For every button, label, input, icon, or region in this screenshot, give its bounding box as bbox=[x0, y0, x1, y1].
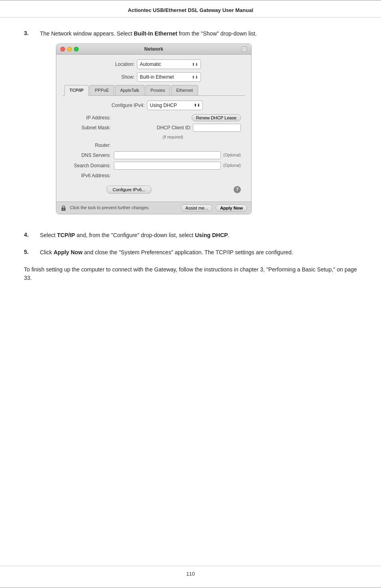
step-4: 4. Select TCP/IP and, from the "Configur… bbox=[24, 231, 357, 240]
if-required-row: (If required) bbox=[67, 134, 241, 140]
apply-now-button[interactable]: Apply Now bbox=[216, 204, 247, 212]
configure-ipv6-button[interactable]: Configure IPv6... bbox=[107, 186, 151, 194]
tab-ethernet[interactable]: Ethernet bbox=[171, 85, 198, 95]
step-3-number: 3. bbox=[24, 30, 40, 222]
show-row: Show: Built-in Ethernet ⬆⬇ bbox=[63, 72, 245, 82]
renew-dhcp-button[interactable]: Renew DHCP Lease bbox=[192, 114, 241, 121]
ip-address-label: IP Address: bbox=[67, 114, 111, 121]
search-optional-note: (Optional) bbox=[223, 162, 241, 168]
lock-icon bbox=[60, 205, 67, 211]
location-value: Automatic bbox=[140, 61, 190, 68]
show-label: Show: bbox=[107, 73, 135, 81]
router-label: Router: bbox=[67, 142, 111, 149]
ipv6-buttons-row: Configure IPv6... ? bbox=[67, 183, 241, 195]
main-content: 3. The Network window appears. Select Bu… bbox=[0, 18, 381, 314]
step-5-text-after: and close the "System Preferences" appli… bbox=[83, 249, 293, 255]
page-header: Actiontec USB/Ethernet DSL Gateway User … bbox=[0, 0, 381, 18]
step-3-text: The Network window appears. Select Built… bbox=[40, 30, 257, 222]
step-3-text-before: The Network window appears. Select bbox=[40, 30, 134, 37]
ipv6-address-row: IPv6 Address: bbox=[67, 172, 241, 179]
location-arrow-icon: ⬆⬇ bbox=[192, 61, 198, 67]
step-4-bold2: Using DHCP bbox=[195, 232, 228, 238]
tab-tcpip[interactable]: TCP/IP bbox=[64, 85, 89, 96]
step-4-text: Select TCP/IP and, from the "Configure" … bbox=[40, 231, 229, 240]
subnet-mask-label: Subnet Mask: bbox=[67, 124, 111, 131]
window-body: Location: Automatic ⬆⬇ Show: Built-in Et… bbox=[56, 55, 251, 202]
configure-ipv4-select[interactable]: Using DHCP ⬆⬇ bbox=[147, 101, 203, 110]
subnet-row: Subnet Mask: DHCP Client ID: bbox=[67, 124, 241, 132]
step-5: 5. Click Apply Now and close the "System… bbox=[24, 248, 357, 257]
tab-appletalk[interactable]: AppleTalk bbox=[115, 85, 145, 95]
minimize-button[interactable] bbox=[67, 47, 72, 51]
dns-servers-input[interactable] bbox=[114, 151, 221, 159]
location-row: Location: Automatic ⬆⬇ bbox=[63, 59, 245, 69]
configure-ipv4-value: Using DHCP bbox=[150, 102, 177, 109]
closing-paragraph: To finish setting up the computer to con… bbox=[24, 265, 357, 283]
page-number: 110 bbox=[186, 571, 195, 577]
show-value: Built-in Ethernet bbox=[140, 73, 190, 81]
subnet-dhcp-container: Subnet Mask: DHCP Client ID: (If require… bbox=[67, 124, 241, 140]
network-window: Network Location: Automatic ⬆⬇ bbox=[56, 44, 252, 214]
location-label: Location: bbox=[107, 61, 135, 68]
step-4-number: 4. bbox=[24, 231, 40, 240]
window-title: Network bbox=[144, 46, 163, 53]
configure-ipv4-label: Configure IPv4: bbox=[105, 102, 145, 109]
tab-pppoe[interactable]: PPPoE bbox=[89, 85, 114, 95]
ip-address-row: IP Address: Renew DHCP Lease bbox=[67, 114, 241, 121]
step-5-text: Click Apply Now and close the "System Pr… bbox=[40, 248, 293, 257]
page-title: Actiontec USB/Ethernet DSL Gateway User … bbox=[128, 7, 253, 13]
ipv6-address-label: IPv6 Address: bbox=[67, 172, 111, 179]
step-4-bold1: TCP/IP bbox=[57, 232, 75, 238]
traffic-lights bbox=[60, 47, 79, 51]
step-5-number: 5. bbox=[24, 248, 40, 257]
configure-ipv4-row: Configure IPv4: Using DHCP ⬆⬇ bbox=[67, 101, 241, 110]
assist-me-button[interactable]: Assist me... bbox=[181, 204, 212, 212]
step-4-text-after: . bbox=[228, 232, 230, 238]
top-border bbox=[0, 0, 381, 1]
svg-rect-1 bbox=[63, 208, 64, 210]
step-4-text-middle: and, from the "Configure" drop-down list… bbox=[75, 232, 195, 238]
close-button[interactable] bbox=[60, 47, 65, 51]
location-select[interactable]: Automatic ⬆⬇ bbox=[137, 59, 201, 69]
resize-button[interactable] bbox=[242, 46, 247, 52]
show-arrow-icon: ⬆⬇ bbox=[192, 74, 198, 80]
window-titlebar: Network bbox=[56, 44, 251, 55]
dns-row: DNS Servers: (Optional) bbox=[67, 151, 241, 159]
tab-proxies[interactable]: Proxies bbox=[145, 85, 171, 95]
step-3: 3. The Network window appears. Select Bu… bbox=[24, 30, 357, 222]
window-bottom-bar: Click the lock to prevent further change… bbox=[56, 202, 251, 214]
if-required-note: (If required) bbox=[163, 134, 183, 140]
search-domains-row: Search Domains: (Optional) bbox=[67, 162, 241, 170]
step-3-text-after: from the "Show" drop-down list. bbox=[177, 30, 257, 37]
dns-servers-label: DNS Servers: bbox=[67, 152, 111, 159]
show-select[interactable]: Built-in Ethernet ⬆⬇ bbox=[137, 72, 201, 82]
help-icon[interactable]: ? bbox=[234, 186, 241, 193]
configure-ipv4-arrow-icon: ⬆⬇ bbox=[194, 102, 200, 108]
step-5-bold1: Apply Now bbox=[54, 249, 82, 255]
tab-content-tcpip: Configure IPv4: Using DHCP ⬆⬇ IP Address… bbox=[63, 96, 245, 198]
page-footer: 110 bbox=[0, 566, 381, 584]
dhcp-client-id-label: DHCP Client ID: bbox=[157, 124, 191, 131]
dns-optional-note: (Optional) bbox=[223, 152, 241, 158]
lock-button[interactable] bbox=[60, 205, 67, 211]
search-domains-label: Search Domains: bbox=[67, 162, 111, 169]
dhcp-client-id-input[interactable] bbox=[193, 124, 241, 132]
step-4-text-before: Select bbox=[40, 232, 57, 238]
step-5-text-before: Click bbox=[40, 249, 54, 255]
zoom-button[interactable] bbox=[74, 47, 79, 51]
step-3-bold: Built-In Ethernet bbox=[134, 30, 177, 37]
closing-paragraph-text: To finish setting up the computer to con… bbox=[24, 266, 357, 281]
search-domains-input[interactable] bbox=[114, 162, 221, 170]
router-row: Router: bbox=[67, 142, 241, 149]
lock-text: Click the lock to prevent further change… bbox=[70, 204, 178, 211]
tabs-row: TCP/IP PPPoE AppleTalk Proxies Ethernet bbox=[63, 85, 245, 96]
